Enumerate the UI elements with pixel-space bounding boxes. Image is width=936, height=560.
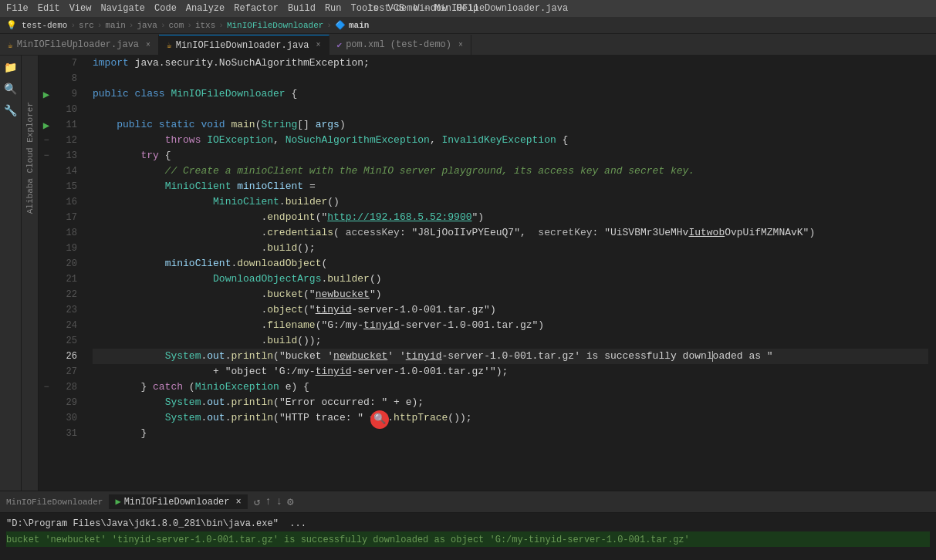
bc-com[interactable]: com (168, 21, 184, 30)
tab-uploader-close[interactable]: × (146, 41, 150, 49)
code-line-28: } catch (MinioException e) { (93, 380, 928, 395)
run-controls: ↺ ↑ ↓ ⚙ (254, 495, 294, 508)
code-line-17: .endpoint("http://192.168.5.52:9900") (93, 210, 928, 225)
gutter-13: − (39, 148, 54, 164)
left-sidebar: 📁 🔍 🔧 (0, 56, 22, 491)
ln-7: 7 (54, 56, 83, 71)
tab-pom-close[interactable]: × (458, 41, 463, 49)
fold-28[interactable]: − (43, 382, 49, 393)
tabs-bar: ☕ MinIOFileUploader.java × ☕ MinIOFileDo… (0, 34, 936, 56)
ln-16: 16 (54, 194, 83, 210)
sidebar-search-icon[interactable]: 🔍 (2, 80, 19, 97)
fold-13[interactable]: − (43, 150, 49, 161)
ln-31: 31 (54, 426, 83, 441)
ln-27: 27 (54, 364, 83, 380)
code-line-30: System.out.println("HTTP trace: " + e.ht… (93, 410, 928, 426)
tab-uploader[interactable]: ☕ MinIOFileUploader.java × (0, 35, 159, 55)
menu-refactor[interactable]: Refactor (234, 3, 279, 14)
bc-java[interactable]: java (137, 21, 157, 30)
code-line-15: MinioClient minioClient = (93, 179, 928, 194)
tab-downloader-close[interactable]: × (316, 41, 321, 49)
gutter-17 (39, 210, 54, 225)
bc-method[interactable]: main (349, 21, 369, 30)
gutter-9: ▶ (39, 86, 54, 102)
run-bar: MinIOFileDownloader ▶ MinIOFileDownloade… (0, 491, 936, 512)
run-tab-icon: ▶ (115, 496, 120, 508)
code-line-31: } (93, 426, 928, 441)
gutter-31 (39, 426, 54, 441)
title-bar: File Edit View Navigate Code Analyze Ref… (0, 0, 936, 17)
run-tab-label: MinIOFileDownloader (124, 497, 230, 508)
ln-19: 19 (54, 241, 83, 256)
tab-downloader-icon: ☕ (167, 40, 172, 50)
sidebar-project-icon[interactable]: 📁 (2, 59, 19, 76)
bc-class[interactable]: MinIOFileDownloader (227, 21, 323, 30)
ln-23: 23 (54, 302, 83, 318)
bc-src[interactable]: src (79, 21, 94, 30)
editor-container[interactable]: ▶ ▶ − − (39, 56, 936, 491)
code-line-10 (93, 102, 928, 117)
code-line-18: .credentials( accessKey: "J8LjOoIIvPYEeu… (93, 225, 928, 241)
menu-edit[interactable]: Edit (38, 3, 60, 14)
terminal-line-1: "D:\Program Files\Java\jdk1.8.0_281\bin\… (6, 516, 930, 531)
ln-20: 20 (54, 256, 83, 272)
gutter-15 (39, 179, 54, 194)
ln-21: 21 (54, 272, 83, 287)
menu-run[interactable]: Run (325, 3, 342, 14)
menu-navigate[interactable]: Navigate (100, 3, 145, 14)
gutter-25 (39, 333, 54, 349)
code-line-25: .build()); (93, 333, 928, 349)
code-line-22: .bucket("newbucket") (93, 287, 928, 302)
tab-uploader-icon: ☕ (8, 40, 13, 50)
breadcrumb: 💡 test-demo › src › main › java › com › … (0, 17, 936, 34)
ln-28: 28 (54, 380, 83, 395)
code-line-8 (93, 71, 928, 86)
right-scrollbar[interactable] (928, 56, 936, 491)
code-line-7: import java.security.NoSuchAlgorithmExce… (93, 56, 928, 71)
menu-analyze[interactable]: Analyze (186, 3, 225, 14)
gutter-8 (39, 71, 54, 86)
ln-18: 18 (54, 225, 83, 241)
run-icon-11[interactable]: ▶ (43, 119, 49, 132)
rerun-button[interactable]: ↺ (254, 495, 260, 508)
sidebar-structure-icon[interactable]: 🔧 (2, 102, 19, 119)
fold-12[interactable]: − (43, 135, 49, 146)
gutter-14 (39, 164, 54, 179)
gutter-21 (39, 272, 54, 287)
tab-pom-icon: ✔ (337, 40, 343, 50)
tab-downloader[interactable]: ☕ MinIOFileDownloader.java × (159, 35, 329, 55)
menu-code[interactable]: Code (154, 3, 177, 14)
bc-main[interactable]: main (105, 21, 125, 30)
code-line-13: try { (93, 148, 928, 164)
ln-10: 10 (54, 102, 83, 117)
code-area[interactable]: import java.security.NoSuchAlgorithmExce… (90, 56, 928, 491)
settings-button[interactable]: ⚙ (287, 495, 293, 508)
scroll-down-button[interactable]: ↓ (276, 495, 282, 508)
ln-22: 22 (54, 287, 83, 302)
terminal-line-2: bucket 'newbucket' 'tinyid-server-1.0-00… (6, 531, 930, 547)
bc-project[interactable]: test-demo (22, 21, 67, 30)
menu-file[interactable]: File (6, 3, 29, 14)
tab-pom-label: pom.xml (test-demo) (346, 39, 451, 50)
menu-view[interactable]: View (69, 3, 92, 14)
bc-itxs[interactable]: itxs (195, 21, 215, 30)
run-tab-close[interactable]: × (235, 497, 241, 508)
run-tab[interactable]: ▶ MinIOFileDownloader × (109, 494, 247, 509)
code-line-20: minioClient.downloadObject( (93, 256, 928, 272)
ln-11: 11 (54, 117, 83, 133)
run-icon-9[interactable]: ▶ (43, 88, 49, 101)
menu-build[interactable]: Build (288, 3, 316, 14)
tab-downloader-label: MinIOFileDownloader.java (176, 40, 309, 51)
run-label: MinIOFileDownloader (6, 498, 103, 507)
magnifier-icon[interactable]: 🔍 (370, 410, 389, 429)
scroll-up-button[interactable]: ↑ (265, 495, 271, 508)
gutter-12: − (39, 133, 54, 148)
gutter-30 (39, 410, 54, 426)
ln-29: 29 (54, 395, 83, 410)
ln-17: 17 (54, 210, 83, 225)
gutter-7 (39, 56, 54, 71)
terminal: "D:\Program Files\Java\jdk1.8.0_281\bin\… (0, 512, 936, 560)
gutter-26 (39, 349, 54, 364)
window-title: test-demo – MinIOFileDownloader.java (368, 3, 568, 14)
tab-pom[interactable]: ✔ pom.xml (test-demo) × (329, 35, 471, 55)
